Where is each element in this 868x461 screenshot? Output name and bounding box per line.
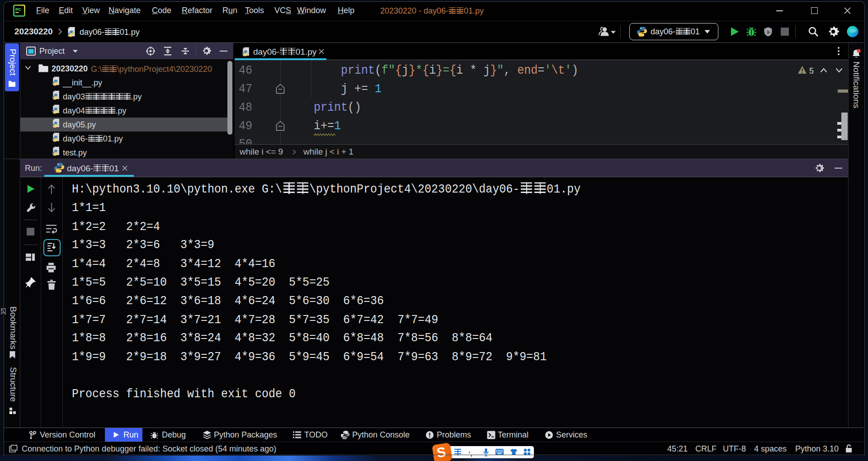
svg-text:PC: PC: [15, 7, 21, 12]
